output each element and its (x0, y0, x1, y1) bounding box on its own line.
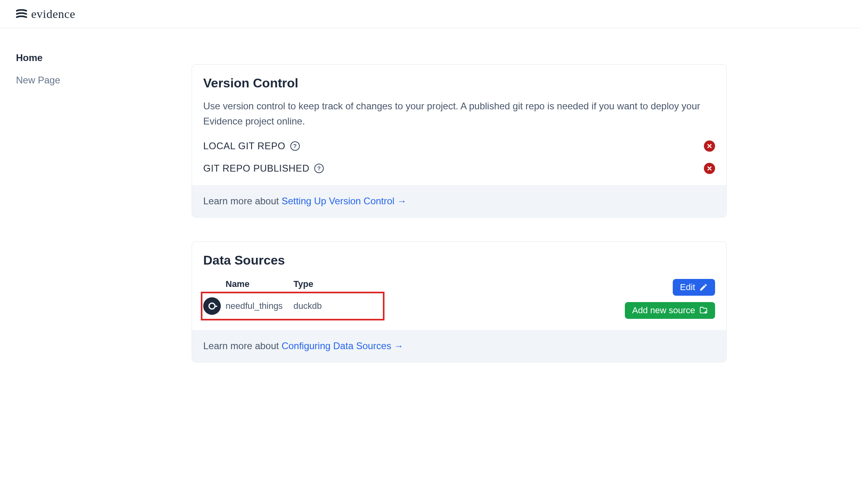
column-header-type: Type (293, 279, 313, 289)
status-badge-error (704, 140, 715, 152)
logo-icon (16, 9, 27, 19)
sidebar-item-new-page[interactable]: New Page (16, 75, 104, 86)
logo-text: evidence (31, 7, 75, 21)
version-control-description: Use version control to keep track of cha… (203, 99, 715, 129)
header: evidence (0, 0, 860, 28)
version-control-title: Version Control (203, 76, 715, 91)
folder-plus-icon (699, 306, 708, 315)
data-source-type: duckdb (293, 301, 322, 311)
help-icon[interactable]: ? (290, 141, 300, 151)
edit-button[interactable]: Edit (673, 279, 715, 296)
data-source-name: needful_things (226, 301, 293, 311)
sidebar-item-home[interactable]: Home (16, 52, 104, 63)
local-git-repo-label: LOCAL GIT REPO (203, 140, 285, 152)
data-sources-card: Data Sources Name Type (192, 241, 727, 362)
column-header-name: Name (226, 279, 293, 289)
logo[interactable]: evidence (16, 7, 75, 21)
sidebar: Home New Page (0, 28, 120, 410)
git-repo-published-row: GIT REPO PUBLISHED ? (203, 163, 715, 174)
data-sources-table-header: Name Type (203, 279, 625, 289)
git-repo-published-label: GIT REPO PUBLISHED (203, 163, 309, 174)
add-new-source-button[interactable]: Add new source (625, 302, 715, 319)
data-sources-footer: Learn more about Configuring Data Source… (192, 330, 726, 362)
help-icon[interactable]: ? (314, 164, 324, 173)
add-new-source-label: Add new source (632, 305, 695, 316)
version-control-card: Version Control Use version control to k… (192, 64, 727, 217)
main-content: Version Control Use version control to k… (120, 28, 759, 410)
version-control-learn-more-link[interactable]: Setting Up Version Control → (281, 196, 407, 206)
status-badge-error (704, 163, 715, 174)
duckdb-icon (203, 297, 221, 315)
footer-prefix: Learn more about (203, 340, 281, 351)
data-sources-learn-more-link[interactable]: Configuring Data Sources → (281, 340, 403, 351)
local-git-repo-row: LOCAL GIT REPO ? (203, 140, 715, 152)
version-control-footer: Learn more about Setting Up Version Cont… (192, 185, 726, 217)
footer-prefix: Learn more about (203, 196, 281, 206)
pencil-icon (699, 283, 708, 292)
data-source-row[interactable]: needful_things duckdb (203, 294, 625, 318)
data-sources-title: Data Sources (203, 253, 715, 268)
edit-button-label: Edit (680, 282, 695, 293)
